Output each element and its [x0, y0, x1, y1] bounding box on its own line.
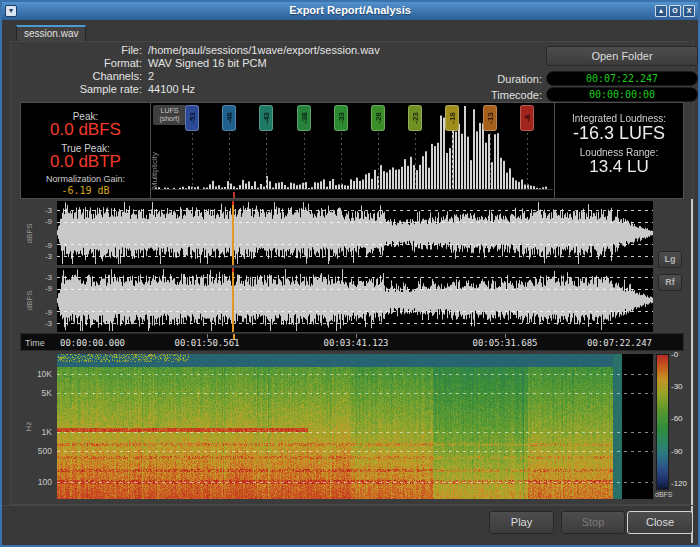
lufs-marker: -53: [185, 105, 199, 131]
scrollbar[interactable]: [691, 199, 693, 543]
close-window-button[interactable]: X: [683, 5, 695, 17]
lufs-marker: -8: [520, 105, 534, 131]
logscale-toggle-button[interactable]: Lg: [658, 251, 682, 268]
play-button[interactable]: Play: [489, 511, 554, 534]
norm-gain-value: -6.19 dB: [21, 185, 150, 196]
rectified-toggle-button[interactable]: Rf: [658, 274, 682, 291]
freq-label: 5K: [18, 388, 52, 398]
channels-value: 2: [148, 70, 154, 82]
lufs-marker: -48: [222, 105, 236, 131]
db-label: -3: [18, 206, 52, 215]
dbfs-axis-label: dBFS: [25, 223, 34, 245]
open-folder-button[interactable]: Open Folder: [546, 46, 698, 66]
spectrogram: [57, 354, 653, 499]
info-row-file: File: /home/paul/sessions/1wave/export/s…: [20, 44, 540, 57]
norm-gain-label: Normalization Gain:: [21, 174, 150, 184]
time-tick-label: 00:07:22.247: [587, 338, 652, 348]
format-label: Format:: [20, 57, 142, 69]
footer-separator: [2, 505, 698, 506]
lufs-marker: -28: [371, 105, 385, 131]
spectrogram-colorbar: [656, 354, 669, 490]
tab-session-wav[interactable]: session.wav: [16, 25, 86, 42]
peak-value: 0.0 dBFS: [21, 120, 150, 140]
samplerate-value: 44100 Hz: [148, 83, 195, 95]
colorbar-unit-label: dBFS: [655, 491, 673, 498]
export-report-dialog: ▾ Export Report/Analysis ▴ O X session.w…: [0, 0, 700, 547]
file-label: File:: [20, 44, 142, 56]
file-value: /home/paul/sessions/1wave/export/session…: [148, 44, 380, 56]
duration-label: Duration:: [458, 73, 542, 85]
waveform-channel-2: [57, 268, 653, 332]
time-ruler: Time 00:00:00.000 00:01:50.561 00:03:41.…: [20, 333, 684, 351]
loudness-histogram-box: LUFS (short) Multiplicity -53-48-43-38-3…: [151, 103, 555, 198]
db-label: -9: [18, 308, 52, 317]
time-tick-label: 00:03:41.123: [323, 338, 388, 348]
freq-label: 500: [18, 446, 52, 456]
timecode-label: Timecode:: [458, 89, 542, 101]
colorbar-label: -0: [671, 350, 678, 359]
time-tick-label: 00:00:00.000: [60, 338, 125, 348]
lufs-marker: -38: [297, 105, 311, 131]
maximize-button[interactable]: O: [669, 5, 681, 17]
shade-button[interactable]: ▴: [655, 5, 667, 17]
lufs-marker: -13: [483, 105, 497, 131]
channels-label: Channels:: [20, 70, 142, 82]
time-tick-label: 00:05:31.685: [472, 338, 537, 348]
time-tick-label: 00:01:50.561: [174, 338, 239, 348]
duration-value: 00:07:22.247: [546, 71, 698, 86]
colorbar-label: -90: [671, 447, 683, 456]
integrated-box: Integrated Loudness: -16.3 LUFS Loudness…: [555, 103, 683, 198]
info-row-format: Format: WAV Signed 16 bit PCM: [20, 57, 540, 70]
true-peak-value: 0.0 dBTP: [21, 152, 150, 172]
db-label: -9: [18, 217, 52, 226]
range-value: 13.4 LU: [555, 157, 683, 177]
db-label: -3: [18, 319, 52, 328]
hz-axis-label: Hz: [24, 419, 33, 435]
multiplicity-axis-label: Multiplicity: [151, 152, 159, 189]
lufs-marker: -23: [408, 105, 422, 131]
db-label: -3: [18, 273, 52, 282]
format-value: WAV Signed 16 bit PCM: [148, 57, 267, 69]
time-axis-label: Time: [25, 338, 45, 348]
samplerate-label: Sample rate:: [20, 83, 142, 95]
hist-unit-top: LUFS: [153, 107, 186, 115]
colorbar-label: -60: [671, 414, 683, 423]
db-label: -3: [18, 252, 52, 261]
close-button[interactable]: Close: [627, 511, 693, 534]
db-label: -9: [18, 241, 52, 250]
freq-label: 100: [18, 477, 52, 487]
lufs-marker: -33: [334, 105, 348, 131]
window-title: Export Report/Analysis: [2, 4, 698, 16]
lufs-marker: -18: [445, 105, 459, 131]
hist-unit-bottom: (short): [153, 115, 186, 123]
time-ruler-track: 00:00:00.000 00:01:50.561 00:03:41.123 0…: [58, 334, 654, 350]
peak-box: Peak: 0.0 dBFS True Peak: 0.0 dBTP Norma…: [21, 103, 151, 198]
integrated-value: -16.3 LUFS: [555, 123, 683, 144]
titlebar[interactable]: ▾ Export Report/Analysis ▴ O X: [2, 2, 698, 20]
colorbar-label: -120: [671, 479, 687, 488]
hist-unit-label: LUFS (short): [153, 105, 186, 125]
waveform-channel-1: [57, 201, 653, 265]
db-label: -9: [18, 284, 52, 293]
timecode-value: 00:00:00:00: [546, 87, 698, 102]
stop-button[interactable]: Stop: [561, 511, 625, 534]
loudness-panel: Peak: 0.0 dBFS True Peak: 0.0 dBTP Norma…: [20, 102, 684, 199]
dbfs-axis-label: dBFS: [25, 290, 34, 312]
freq-label: 10K: [18, 369, 52, 379]
lufs-marker: -43: [259, 105, 273, 131]
colorbar-label: -30: [671, 382, 683, 391]
